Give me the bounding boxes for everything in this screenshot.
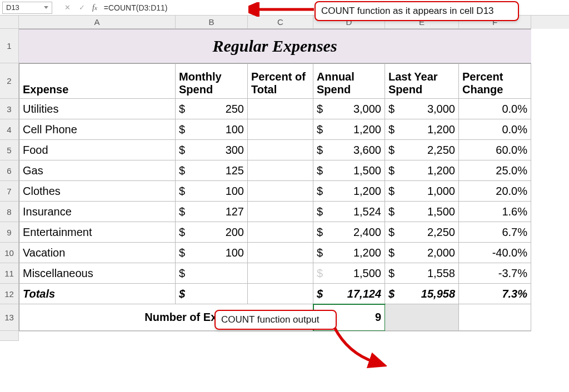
row-header[interactable]: 11: [0, 263, 19, 284]
monthly-spend[interactable]: $100: [176, 119, 248, 140]
expense-name[interactable]: Utilities: [19, 99, 176, 119]
annual-spend[interactable]: $1,500: [313, 263, 385, 284]
header-percent-total[interactable]: Percent of Total: [248, 63, 313, 99]
row-header[interactable]: 7: [0, 181, 19, 202]
cell-e13[interactable]: [385, 304, 459, 331]
last-year-spend[interactable]: $1,200: [385, 119, 459, 140]
percent-change[interactable]: -40.0%: [459, 243, 531, 263]
expense-name[interactable]: Insurance: [19, 202, 176, 222]
last-year-spend[interactable]: $1,558: [385, 263, 459, 284]
header-monthly[interactable]: Monthly Spend: [176, 63, 248, 99]
annual-spend[interactable]: $1,200: [313, 243, 385, 263]
totals-label[interactable]: Totals: [19, 284, 176, 304]
annual-spend[interactable]: $3,600: [313, 140, 385, 160]
table-row: 8Insurance$127$1,524$1,5001.6%: [0, 202, 569, 222]
monthly-spend[interactable]: $125: [176, 263, 248, 284]
row-header[interactable]: 4: [0, 119, 19, 140]
last-year-spend[interactable]: $2,000: [385, 243, 459, 263]
last-year-spend[interactable]: $1,000: [385, 181, 459, 202]
count-value: 9: [375, 311, 381, 324]
monthly-spend[interactable]: $125: [176, 160, 248, 181]
annual-spend[interactable]: $1,524: [313, 202, 385, 222]
percent-change[interactable]: 0.0%: [459, 119, 531, 140]
row-header[interactable]: 2: [0, 63, 19, 99]
percent-change[interactable]: 6.7%: [459, 222, 531, 243]
monthly-spend[interactable]: $200: [176, 222, 248, 243]
cancel-formula-icon[interactable]: ✕: [60, 2, 74, 14]
totals-annual[interactable]: $17,124: [313, 284, 385, 304]
monthly-spend[interactable]: $250: [176, 99, 248, 119]
header-percent-change[interactable]: Percent Change: [459, 63, 531, 99]
annual-spend[interactable]: $1,200: [313, 119, 385, 140]
totals-monthly[interactable]: $1,427: [176, 284, 248, 304]
insert-function-icon[interactable]: fx: [89, 3, 101, 12]
monthly-spend[interactable]: $127: [176, 202, 248, 222]
table-row: 10Vacation$100$1,200$2,000-40.0%: [0, 243, 569, 263]
sheet-title: Regular Expenses: [212, 37, 337, 56]
last-year-spend[interactable]: $2,250: [385, 140, 459, 160]
totals-pct[interactable]: 7.3%: [459, 284, 531, 304]
row-header[interactable]: 6: [0, 160, 19, 181]
last-year-spend[interactable]: $1,200: [385, 160, 459, 181]
title-cell[interactable]: Regular Expenses: [19, 29, 531, 63]
name-box[interactable]: D13: [2, 2, 52, 14]
percent-total[interactable]: [248, 140, 313, 160]
totals-percent[interactable]: [248, 284, 313, 304]
row-header[interactable]: 1: [0, 29, 19, 63]
col-header-c[interactable]: C: [248, 16, 313, 29]
header-last-year[interactable]: Last Year Spend: [385, 63, 459, 99]
percent-change[interactable]: 20.0%: [459, 181, 531, 202]
percent-change[interactable]: 60.0%: [459, 140, 531, 160]
expense-name[interactable]: Food: [19, 140, 176, 160]
col-header-b[interactable]: B: [176, 16, 248, 29]
expense-name[interactable]: Entertainment: [19, 222, 176, 243]
table-row: 4Cell Phone$100$1,200$1,2000.0%: [0, 119, 569, 140]
monthly-spend[interactable]: $300: [176, 140, 248, 160]
percent-total[interactable]: [248, 160, 313, 181]
percent-total[interactable]: [248, 202, 313, 222]
name-box-value: D13: [6, 3, 19, 12]
percent-total[interactable]: [248, 181, 313, 202]
row-header[interactable]: [0, 331, 19, 341]
expense-name[interactable]: Vacation: [19, 243, 176, 263]
expense-name[interactable]: Gas: [19, 160, 176, 181]
row-header[interactable]: 12: [0, 284, 19, 304]
monthly-spend[interactable]: $100: [176, 243, 248, 263]
last-year-spend[interactable]: $2,250: [385, 222, 459, 243]
percent-total[interactable]: [248, 222, 313, 243]
monthly-spend[interactable]: $100: [176, 181, 248, 202]
last-year-spend[interactable]: $3,000: [385, 99, 459, 119]
accept-formula-icon[interactable]: ✓: [74, 2, 89, 14]
col-header-a[interactable]: A: [19, 16, 176, 29]
totals-last[interactable]: $15,958: [385, 284, 459, 304]
expense-name[interactable]: Cell Phone: [19, 119, 176, 140]
row-header[interactable]: 9: [0, 222, 19, 243]
percent-change[interactable]: 0.0%: [459, 99, 531, 119]
row-header[interactable]: 13: [0, 304, 19, 331]
row-header[interactable]: 5: [0, 140, 19, 160]
percent-total[interactable]: [248, 99, 313, 119]
percent-total[interactable]: [248, 243, 313, 263]
percent-change[interactable]: 25.0%: [459, 160, 531, 181]
annual-spend[interactable]: $3,000: [313, 99, 385, 119]
table-row: 11Miscellaneous$125$1,500$1,558-3.7%: [0, 263, 569, 284]
expense-name[interactable]: Clothes: [19, 181, 176, 202]
percent-total[interactable]: [248, 263, 313, 284]
row-header[interactable]: 10: [0, 243, 19, 263]
row-header[interactable]: 8: [0, 202, 19, 222]
header-expense[interactable]: Expense: [19, 63, 176, 99]
table-row: 5Food$300$3,600$2,25060.0%: [0, 140, 569, 160]
annual-spend[interactable]: $1,200: [313, 181, 385, 202]
percent-change[interactable]: -3.7%: [459, 263, 531, 284]
percent-change[interactable]: 1.6%: [459, 202, 531, 222]
annual-spend[interactable]: $2,400: [313, 222, 385, 243]
expense-name[interactable]: Miscellaneous: [19, 263, 176, 284]
last-year-spend[interactable]: $1,500: [385, 202, 459, 222]
percent-total[interactable]: [248, 119, 313, 140]
select-all-corner[interactable]: [0, 16, 19, 29]
header-annual[interactable]: Annual Spend: [313, 63, 385, 99]
row-header[interactable]: 3: [0, 99, 19, 119]
annual-spend[interactable]: $1,500: [313, 160, 385, 181]
table-row: 9Entertainment$200$2,400$2,2506.7%: [0, 222, 569, 243]
cell-f13[interactable]: [459, 304, 531, 331]
